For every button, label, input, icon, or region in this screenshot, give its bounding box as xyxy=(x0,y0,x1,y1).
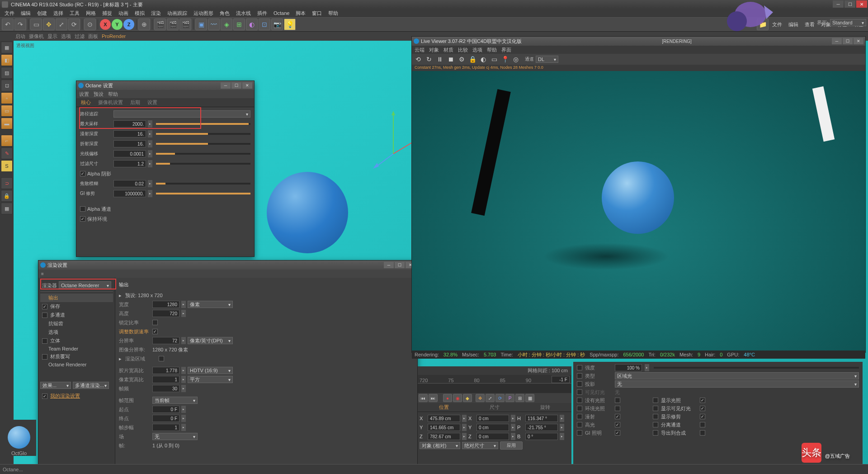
ray-epsilon-input[interactable]: 0.0001 xyxy=(113,150,146,157)
render-settings-btn[interactable]: 🎬 xyxy=(179,19,191,30)
panel-menu-view[interactable]: 查看 xyxy=(802,20,817,29)
lock-ratio-check[interactable] xyxy=(152,320,158,325)
octane-tab-kernel[interactable]: 核心 xyxy=(79,98,93,107)
octane-tab-settings[interactable]: 设置 xyxy=(146,98,159,107)
rs-octane[interactable]: Octane Renderer xyxy=(40,361,113,368)
tl-grid-key[interactable]: ▦ xyxy=(525,394,534,402)
lv-render-view[interactable] xyxy=(412,71,865,351)
make-editable[interactable]: ▦ xyxy=(1,42,13,53)
render-settings-titlebar[interactable]: 渲染设置 ─ ☐ ✕ xyxy=(38,261,417,270)
tl-param-key[interactable]: P xyxy=(505,394,514,402)
ambient-check[interactable] xyxy=(615,406,620,411)
menu-octane[interactable]: Octane xyxy=(271,9,292,17)
lv-menu-help[interactable]: 帮助 xyxy=(487,47,497,53)
gi-clamp-slider[interactable] xyxy=(156,193,250,194)
coord-y[interactable]: 141.665 cm xyxy=(428,424,460,431)
texture-mode[interactable]: ▨ xyxy=(1,67,13,79)
rot-p[interactable]: -21.755 ° xyxy=(525,424,558,431)
coord-z[interactable]: 782.67 cm xyxy=(428,433,460,440)
show-trim-check[interactable] xyxy=(700,414,705,419)
rs-stereo[interactable]: 立体 xyxy=(40,337,113,345)
axis-x-toggle[interactable]: X xyxy=(100,19,111,30)
menu-tracking[interactable]: 动画跟踪 xyxy=(165,9,190,18)
menu-animate[interactable]: 动画 xyxy=(116,9,131,18)
resolution-input[interactable]: 72 xyxy=(152,337,179,344)
locked-tool[interactable]: 🔒 xyxy=(1,190,13,202)
point-mode[interactable]: ▫ xyxy=(1,92,13,104)
rs-matoverride[interactable]: 材质覆写 xyxy=(40,352,113,361)
coord-system[interactable]: ⊕ xyxy=(138,19,150,30)
rot-h[interactable]: 116.347 ° xyxy=(525,415,558,422)
size-z[interactable]: 0 cm xyxy=(476,433,509,440)
lv-pause-icon[interactable]: ⏸ xyxy=(435,55,444,64)
shadow-dropdown[interactable]: 无 xyxy=(615,380,859,388)
menu-tools[interactable]: 工具 xyxy=(67,9,82,18)
rs-maximize[interactable]: ☐ xyxy=(395,262,405,268)
rotate-tool[interactable]: ⟳ xyxy=(68,19,80,30)
max-samples-spinner[interactable]: ▸ xyxy=(148,120,152,128)
menu-mograph[interactable]: 运动图形 xyxy=(191,9,216,18)
max-samples-slider[interactable] xyxy=(156,123,250,125)
frame-range[interactable]: 当前帧 xyxy=(152,397,198,404)
diffuse-depth-input[interactable]: 16. xyxy=(113,130,146,137)
material-preview[interactable]: OctGlo xyxy=(2,420,36,456)
lv-close[interactable]: ✕ xyxy=(854,38,863,44)
show-visible-check[interactable] xyxy=(700,406,705,411)
live-viewer-window[interactable]: Live Viewer 3.07-R2 中国C4D联盟中文汉化版 [RENDER… xyxy=(411,36,866,353)
tl-pla-key[interactable]: ⊞ xyxy=(515,394,524,402)
fps-input[interactable]: 30 xyxy=(152,385,179,392)
menu-character[interactable]: 角色 xyxy=(217,9,232,18)
octane-tab-camera[interactable]: 摄像机设置 xyxy=(96,98,125,107)
menu-file[interactable]: 文件 xyxy=(2,9,17,18)
separate-check[interactable] xyxy=(700,422,705,427)
lv-channel-dropdown[interactable]: DL xyxy=(536,56,558,63)
coord-tab-position[interactable]: 位置 xyxy=(437,403,451,412)
rot-b[interactable]: 0 ° xyxy=(525,433,558,440)
maximize-button[interactable]: ☐ xyxy=(844,0,855,8)
filter-size-input[interactable]: 1.2 xyxy=(113,160,146,167)
polygon-mode[interactable]: ▬ xyxy=(1,118,13,129)
gi-check[interactable] xyxy=(615,430,620,436)
end-input[interactable]: 0 F xyxy=(152,415,179,422)
timeline-current[interactable]: -1 F xyxy=(552,376,570,383)
size-x[interactable]: 0 cm xyxy=(476,415,509,422)
axis-y-toggle[interactable]: Y xyxy=(112,19,123,30)
tl-scale-key[interactable]: ⤢ xyxy=(486,394,495,402)
viewport-sphere-object[interactable] xyxy=(267,172,348,253)
lv-menu-material[interactable]: 材质 xyxy=(443,47,453,53)
deformer[interactable]: ◐ xyxy=(246,19,258,30)
coord-x[interactable]: 475.89 cm xyxy=(428,415,460,422)
lv-menu-options[interactable]: 选项 xyxy=(472,47,482,53)
renderer-dropdown[interactable]: Octane Renderer xyxy=(59,281,111,289)
model-mode[interactable]: ◧ xyxy=(1,54,13,66)
adjust-rate-check[interactable] xyxy=(152,329,158,334)
axis-mode[interactable]: ⌐ xyxy=(1,135,13,147)
coord-tab-rotation[interactable]: 旋转 xyxy=(538,403,552,412)
workplane-mode[interactable]: ⊡ xyxy=(1,80,13,91)
layout-dropdown[interactable]: Standard xyxy=(830,19,866,26)
lv-minimize[interactable]: ─ xyxy=(832,38,842,44)
lv-toggle-icon[interactable]: ◐ xyxy=(479,55,488,64)
lv-menu-cloud[interactable]: 云端 xyxy=(415,47,425,53)
menu-mesh[interactable]: 网格 xyxy=(83,9,99,18)
intensity-input[interactable]: 100 % xyxy=(615,364,642,371)
scale-tool[interactable]: ⤢ xyxy=(56,19,67,30)
menu-create[interactable]: 创建 xyxy=(34,9,50,18)
height-input[interactable]: 720 xyxy=(152,310,179,317)
lv-menu-ui[interactable]: 界面 xyxy=(501,47,511,53)
refract-depth-slider[interactable] xyxy=(156,143,250,145)
film-preset[interactable]: HDTV (16:9) xyxy=(188,367,233,374)
menu-help[interactable]: 帮助 xyxy=(326,9,341,18)
menu-select[interactable]: 选择 xyxy=(51,9,66,18)
alpha-shadow-check[interactable] xyxy=(80,171,85,176)
vp-filter[interactable]: 过滤 xyxy=(75,33,85,40)
region-check[interactable] xyxy=(159,356,164,361)
coord-mode-dropdown[interactable]: 对象 (相对) xyxy=(420,442,460,449)
rs-save[interactable]: 保存 xyxy=(40,302,113,311)
vp-prorender[interactable]: ProRender xyxy=(102,33,126,39)
effects-button[interactable]: 效果... xyxy=(40,382,71,389)
tl-keyframe[interactable]: ◆ xyxy=(463,394,472,402)
light-tool[interactable]: 💡 xyxy=(284,19,296,30)
move-tool[interactable]: ✥ xyxy=(43,19,55,30)
alpha-channel-check[interactable] xyxy=(80,206,85,212)
